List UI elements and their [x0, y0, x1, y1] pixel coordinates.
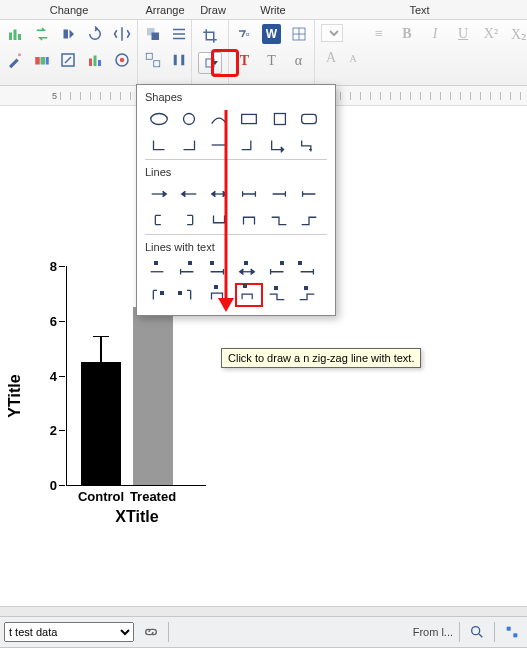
shape-corner-bl[interactable]	[145, 133, 173, 157]
align-text-icon[interactable]: ≡	[369, 24, 389, 44]
svg-rect-2	[18, 34, 21, 40]
ribbon-group-text: A A ≡ B I U X² X₂	[315, 20, 527, 85]
font-size-select[interactable]	[321, 24, 343, 42]
send-front-icon[interactable]	[144, 24, 162, 44]
svg-rect-25	[274, 114, 285, 125]
line-cap-l[interactable]	[295, 182, 323, 206]
svg-rect-17	[174, 55, 177, 66]
font-shrink-icon[interactable]: A	[343, 48, 363, 68]
draw-line-dropdown-button[interactable]	[198, 52, 222, 74]
superscript-button[interactable]: X²	[481, 24, 501, 44]
bullseye-icon[interactable]	[112, 50, 131, 70]
ytick-8: 8	[37, 259, 57, 274]
svg-rect-18	[181, 55, 184, 66]
ribbon-tab-draw: Draw	[192, 4, 234, 16]
italic-button[interactable]: I	[425, 24, 445, 44]
shape-zigzag-arrow[interactable]	[295, 133, 323, 157]
text-tool-alt-button[interactable]: T	[262, 50, 281, 72]
swap-xy-icon[interactable]	[33, 24, 52, 44]
underline-button[interactable]: U	[453, 24, 473, 44]
color-scheme-icon[interactable]	[33, 50, 52, 70]
bar-treated[interactable]	[133, 307, 173, 485]
shape-square[interactable]	[265, 107, 293, 131]
line-u-up[interactable]	[235, 208, 263, 232]
equation-icon[interactable]: α	[235, 24, 254, 44]
ltxt-9[interactable]	[205, 283, 233, 307]
subscript-button[interactable]: X₂	[509, 24, 527, 44]
svg-rect-6	[46, 57, 49, 65]
svg-rect-8	[89, 59, 92, 67]
align-objects-icon[interactable]	[170, 24, 188, 44]
reverse-icon[interactable]	[59, 24, 78, 44]
ltxt-8[interactable]	[175, 283, 203, 307]
distribute-icon[interactable]	[170, 50, 188, 70]
bold-button[interactable]: B	[397, 24, 417, 44]
flip-h-icon[interactable]	[112, 24, 131, 44]
ltxt-zigzag-n[interactable]	[235, 283, 263, 307]
lines-grid	[145, 182, 327, 232]
filter-icon[interactable]	[501, 621, 523, 643]
ribbon-tab-change: Change	[0, 4, 138, 16]
ltxt-5[interactable]	[265, 257, 293, 281]
ltxt-7[interactable]	[145, 283, 173, 307]
greek-button[interactable]: α	[289, 50, 308, 72]
y-axis-label[interactable]: YTitle	[6, 374, 24, 417]
ribbon-tab-text: Text	[312, 4, 527, 16]
chart-colorize-icon[interactable]	[86, 50, 105, 70]
bar-control[interactable]	[81, 362, 121, 485]
ltxt-2[interactable]	[175, 257, 203, 281]
line-u-down[interactable]	[205, 208, 233, 232]
line-step-down[interactable]	[265, 208, 293, 232]
resize-plot-icon[interactable]	[59, 50, 78, 70]
line-cap-both[interactable]	[235, 182, 263, 206]
svg-rect-5	[40, 57, 45, 65]
word-export-icon[interactable]: W	[262, 24, 281, 44]
lines-text-section-title: Lines with text	[145, 239, 327, 257]
ltxt-11[interactable]	[265, 283, 293, 307]
shape-elbow[interactable]	[235, 133, 263, 157]
magic-wand-icon[interactable]	[6, 50, 25, 70]
table-icon[interactable]	[289, 24, 308, 44]
shape-ellipse[interactable]	[145, 107, 173, 131]
ltxt-3[interactable]	[205, 257, 233, 281]
group-icon[interactable]	[144, 50, 162, 70]
ribbon-tab-arrange: Arrange	[138, 4, 192, 16]
ribbon-body: α W T T α A A ≡ B I U X² X₂	[0, 20, 527, 86]
line-bracket-close[interactable]	[175, 208, 203, 232]
text-tool-button[interactable]: T	[235, 50, 254, 72]
draw-crop-icon[interactable]	[198, 26, 222, 46]
shape-rect[interactable]	[235, 107, 263, 131]
search-icon[interactable]	[466, 621, 488, 643]
rotate-icon[interactable]	[86, 24, 105, 44]
ltxt-6[interactable]	[295, 257, 323, 281]
chart-type-icon[interactable]	[6, 24, 25, 44]
svg-rect-29	[513, 633, 517, 637]
ltxt-12[interactable]	[295, 283, 323, 307]
link-icon[interactable]	[140, 621, 162, 643]
shape-corner-br[interactable]	[175, 133, 203, 157]
font-grow-icon[interactable]: A	[321, 48, 341, 68]
svg-rect-24	[242, 114, 257, 123]
draw-shapes-dropdown[interactable]: Shapes Lines Lines with text	[136, 84, 336, 316]
ltxt-4[interactable]	[235, 257, 263, 281]
shape-line[interactable]	[205, 133, 233, 157]
ltxt-1[interactable]	[145, 257, 173, 281]
lines-section-title: Lines	[145, 164, 327, 182]
svg-rect-1	[14, 30, 17, 41]
dataset-select[interactable]: t test data	[4, 622, 134, 642]
ribbon-group-change	[0, 20, 138, 85]
shape-elbow-arrow[interactable]	[265, 133, 293, 157]
line-bracket-open[interactable]	[145, 208, 173, 232]
shape-arc[interactable]	[205, 107, 233, 131]
shape-roundrect[interactable]	[295, 107, 323, 131]
x-axis-label[interactable]: XTitle	[66, 508, 208, 526]
line-arrow-l[interactable]	[175, 182, 203, 206]
svg-rect-10	[98, 60, 101, 66]
svg-rect-28	[507, 627, 511, 631]
shape-circle[interactable]	[175, 107, 203, 131]
line-arrow-both[interactable]	[205, 182, 233, 206]
line-step-up[interactable]	[295, 208, 323, 232]
line-arrow-r[interactable]	[145, 182, 173, 206]
line-cap-r[interactable]	[265, 182, 293, 206]
status-gap	[0, 606, 527, 616]
